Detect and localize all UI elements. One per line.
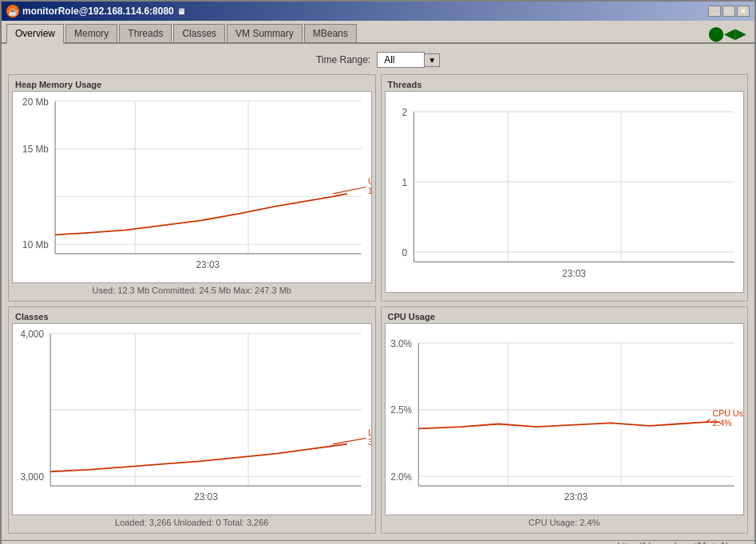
svg-text:23:03: 23:03: [196, 259, 220, 270]
title-bar: ☕ monitorRole@192.168.114.6:8080 🖥 _ □ ✕: [2, 2, 754, 21]
svg-text:2.5%: 2.5%: [390, 404, 412, 416]
heap-memory-panel: Heap Memory Usage: [8, 74, 376, 302]
threads-footer: [385, 293, 745, 298]
threads-panel: Threads 2: [381, 74, 749, 302]
heap-memory-footer: Used: 12.3 Mb Committed: 24.5 Mb Max: 24…: [12, 283, 372, 298]
time-range-select[interactable]: All ▼: [377, 52, 440, 68]
svg-text:3.0%: 3.0%: [390, 338, 412, 349]
time-range-bar: Time Range: All ▼: [8, 50, 748, 69]
svg-text:23:03: 23:03: [562, 268, 586, 279]
threads-title: Threads: [385, 78, 745, 91]
tab-vm-summary[interactable]: VM Summary: [227, 24, 303, 42]
cpu-usage-title: CPU Usage: [385, 310, 745, 323]
status-bar: https://blog.csdn.net/Mint_Alone...: [2, 540, 754, 544]
url-display: https://blog.csdn.net/Mint_Alone...: [6, 541, 750, 544]
svg-text:23:03: 23:03: [194, 491, 218, 503]
classes-title: Classes: [12, 310, 372, 323]
classes-svg: 4,000 3,000 23:03 Loaded 3,266: [13, 324, 371, 514]
tab-right-area: ⬤◀▶: [708, 25, 750, 42]
svg-text:3,266: 3,266: [368, 437, 371, 447]
threads-svg: 2 1 0 23:03: [386, 92, 744, 292]
svg-text:2.4%: 2.4%: [712, 418, 732, 428]
svg-text:15 Mb: 15 Mb: [22, 144, 49, 155]
svg-text:4,000: 4,000: [20, 329, 44, 340]
svg-text:2: 2: [402, 107, 407, 118]
classes-footer: Loaded: 3,266 Unloaded: 0 Total: 3,266: [12, 515, 372, 530]
classes-panel: Classes 4,00: [8, 306, 376, 534]
app-icon: ☕: [6, 5, 19, 18]
main-window: ☕ monitorRole@192.168.114.6:8080 🖥 _ □ ✕…: [0, 0, 756, 544]
window-controls: _ □ ✕: [708, 6, 750, 17]
svg-text:0: 0: [402, 247, 407, 258]
classes-chart: 4,000 3,000 23:03 Loaded 3,266: [12, 323, 372, 515]
close-button[interactable]: ✕: [737, 6, 750, 17]
tab-memory[interactable]: Memory: [65, 24, 117, 42]
tab-mbeans[interactable]: MBeans: [304, 24, 357, 42]
svg-line-12: [333, 187, 366, 194]
nav-icon: ⬤◀▶: [708, 25, 746, 42]
svg-text:3,000: 3,000: [20, 471, 44, 483]
tab-overview[interactable]: Overview: [6, 24, 64, 44]
time-range-value[interactable]: All: [377, 52, 425, 68]
tab-threads[interactable]: Threads: [119, 24, 172, 42]
cpu-usage-footer: CPU Usage: 2.4%: [385, 515, 745, 530]
svg-text:1: 1: [402, 177, 407, 188]
time-range-dropdown-arrow[interactable]: ▼: [425, 53, 440, 67]
window-title-extra: 🖥: [177, 7, 185, 16]
threads-chart: 2 1 0 23:03: [385, 91, 745, 293]
svg-text:20 Mb: 20 Mb: [22, 97, 49, 108]
svg-text:Used: Used: [368, 176, 371, 186]
svg-text:23:03: 23:03: [564, 491, 588, 503]
window-title: monitorRole@192.168.114.6:8080: [22, 6, 174, 17]
title-bar-left: ☕ monitorRole@192.168.114.6:8080 🖥: [6, 5, 185, 18]
heap-memory-chart: 20 Mb 15 Mb 10 Mb 23:03 Used 12,314,672: [12, 91, 372, 283]
minimize-button[interactable]: _: [708, 6, 721, 17]
maximize-button[interactable]: □: [722, 6, 735, 17]
svg-text:12,314,672: 12,314,672: [368, 186, 371, 195]
cpu-usage-chart: 3.0% 2.5% 2.0% 23:03 CPU Usage 2.4%: [385, 323, 745, 515]
time-range-label: Time Range:: [316, 54, 370, 65]
content-area: Time Range: All ▼ Heap Memory Usage: [2, 44, 754, 540]
heap-memory-title: Heap Memory Usage: [12, 78, 372, 91]
svg-text:10 Mb: 10 Mb: [22, 239, 49, 250]
svg-text:2.0%: 2.0%: [390, 471, 412, 483]
cpu-usage-svg: 3.0% 2.5% 2.0% 23:03 CPU Usage 2.4%: [386, 324, 744, 514]
svg-line-36: [333, 438, 366, 443]
heap-memory-svg: 20 Mb 15 Mb 10 Mb 23:03 Used 12,314,672: [13, 92, 371, 282]
charts-grid: Heap Memory Usage: [8, 74, 748, 534]
tab-classes[interactable]: Classes: [173, 24, 225, 42]
cpu-usage-panel: CPU Usage 3.: [381, 306, 749, 534]
tabs-bar: Overview Memory Threads Classes VM Summa…: [2, 21, 754, 44]
svg-text:CPU Usage: CPU Usage: [712, 408, 743, 418]
svg-text:Loaded: Loaded: [368, 428, 371, 437]
